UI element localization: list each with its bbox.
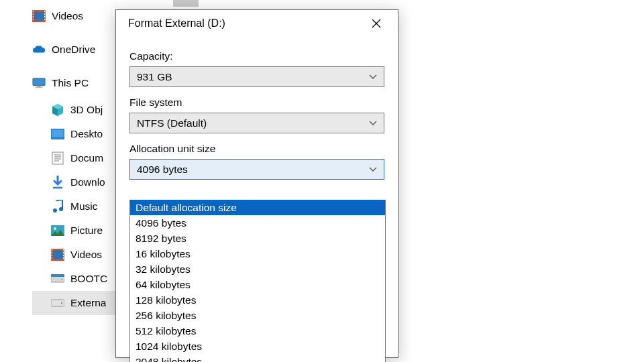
tree-item-label: 3D Obj [70, 104, 103, 116]
svg-point-21 [53, 208, 57, 213]
tree-item-label: Downlo [70, 176, 105, 188]
svg-rect-33 [63, 255, 64, 256]
svg-rect-6 [44, 11, 45, 12]
svg-rect-28 [52, 252, 52, 253]
drive-icon [51, 272, 64, 286]
svg-rect-10 [33, 78, 45, 86]
svg-rect-7 [44, 13, 45, 15]
tree-item-label: Videos [52, 10, 83, 22]
chevron-down-icon [369, 165, 377, 174]
dialog-body: Capacity: 931 GB File system NTFS (Defau… [116, 37, 398, 180]
video-icon [51, 248, 64, 261]
svg-rect-12 [36, 86, 43, 88]
allocation-label: Allocation unit size [129, 143, 384, 155]
chevron-down-icon [369, 119, 377, 128]
chevron-down-icon [369, 72, 377, 82]
tree-item-label: OneDrive [52, 44, 95, 56]
close-button[interactable] [363, 13, 390, 34]
filesystem-combo[interactable]: NTFS (Default) [129, 113, 384, 133]
svg-rect-9 [44, 19, 45, 20]
allocation-option[interactable]: 1024 kilobytes [130, 339, 385, 354]
tree-item-label: Videos [70, 249, 102, 261]
svg-rect-34 [63, 257, 64, 259]
svg-rect-8 [44, 16, 45, 17]
svg-rect-1 [34, 12, 44, 21]
svg-rect-32 [63, 252, 64, 253]
svg-rect-11 [37, 86, 40, 87]
dialog-titlebar: Format External (D:) [116, 10, 398, 37]
desktop-icon [51, 127, 64, 141]
tree-item-label: Docum [70, 152, 103, 164]
allocation-option[interactable]: 16 kilobytes [130, 246, 385, 261]
format-dialog: Format External (D:) Capacity: 931 GB Fi… [115, 9, 398, 358]
filesystem-label: File system [129, 97, 384, 109]
allocation-option[interactable]: 2048 kilobytes [130, 354, 385, 362]
svg-point-39 [61, 302, 62, 304]
allocation-option[interactable]: 64 kilobytes [130, 277, 385, 292]
onedrive-icon [32, 43, 46, 56]
svg-rect-14 [52, 130, 64, 137]
svg-point-24 [54, 227, 56, 230]
svg-rect-31 [63, 249, 64, 251]
ribbon-handle [173, 0, 199, 7]
pictures-icon [51, 224, 64, 237]
documents-icon [51, 152, 64, 165]
tree-item-label: Deskto [70, 128, 103, 140]
tree-item-label: This PC [52, 77, 89, 89]
svg-rect-26 [53, 251, 63, 259]
svg-rect-15 [52, 152, 63, 164]
tree-item-label: BOOTC [70, 273, 107, 285]
allocation-combo[interactable]: 4096 bytes [129, 159, 384, 180]
allocation-option[interactable]: Default allocation size [130, 200, 385, 215]
allocation-option[interactable]: 8192 bytes [130, 231, 385, 246]
svg-rect-30 [52, 257, 52, 259]
svg-rect-4 [33, 16, 34, 17]
allocation-value: 4096 bytes [137, 164, 188, 176]
music-icon [51, 200, 64, 213]
allocation-option[interactable]: 128 kilobytes [130, 292, 385, 308]
svg-rect-5 [33, 19, 34, 20]
video-icon [32, 9, 46, 23]
svg-point-37 [61, 279, 62, 280]
allocation-dropdown: Default allocation size4096 bytes8192 by… [129, 200, 386, 362]
svg-rect-2 [33, 11, 34, 12]
tree-item-label: Music [70, 200, 97, 213]
dialog-title: Format External (D:) [128, 17, 225, 29]
svg-rect-29 [52, 255, 52, 256]
this-pc-icon [32, 76, 46, 90]
svg-rect-27 [52, 249, 52, 251]
svg-rect-35 [51, 276, 64, 282]
3d-objects-icon [51, 103, 64, 117]
capacity-value: 931 GB [137, 71, 172, 83]
svg-rect-36 [51, 274, 64, 277]
allocation-option[interactable]: 512 kilobytes [130, 323, 385, 339]
allocation-option[interactable]: 32 kilobytes [130, 261, 385, 277]
tree-item-label: Picture [70, 225, 103, 237]
allocation-option[interactable]: 256 kilobytes [130, 308, 385, 323]
svg-point-22 [59, 207, 63, 211]
filesystem-value: NTFS (Default) [137, 117, 207, 129]
capacity-combo[interactable]: 931 GB [129, 66, 384, 87]
tree-item-label: Externa [70, 297, 106, 309]
external-drive-icon [51, 296, 64, 310]
close-icon [372, 19, 381, 28]
svg-rect-3 [33, 13, 34, 15]
downloads-icon [51, 176, 64, 189]
capacity-label: Capacity: [129, 50, 384, 62]
allocation-option[interactable]: 4096 bytes [130, 215, 385, 231]
